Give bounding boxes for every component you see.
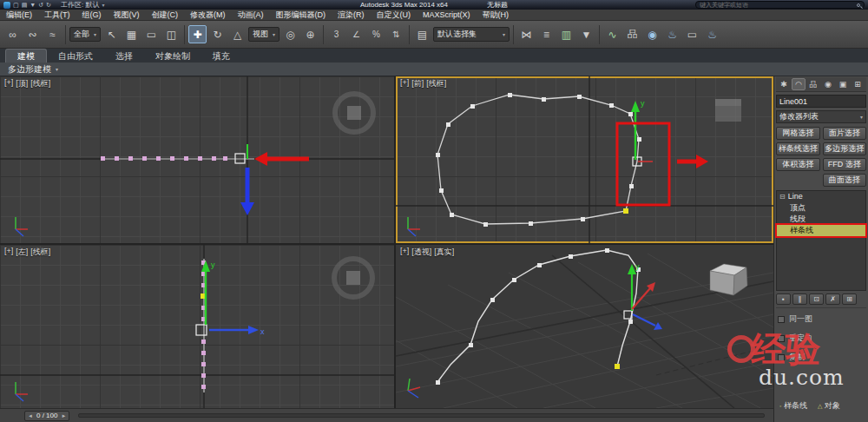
window-crossing-icon[interactable]: ◫ [162, 25, 181, 43]
menu-item-help[interactable]: 帮助(H) [477, 10, 516, 21]
new-scene-icon[interactable]: ▢ [13, 1, 19, 9]
material-editor-icon[interactable]: ◉ [643, 25, 661, 43]
selection-region-icon[interactable]: ▭ [142, 25, 161, 43]
align-icon[interactable]: ≡ [537, 25, 556, 43]
select-and-rotate-icon[interactable]: ↻ [208, 25, 227, 43]
help-search[interactable] [695, 1, 865, 9]
viewport-top[interactable]: [+] [顶] [线框] [0, 76, 394, 243]
remove-modifier-icon[interactable]: ✗ [825, 293, 840, 305]
viewport-front[interactable]: [+] [前] [线框] [396, 76, 773, 243]
select-and-scale-icon[interactable]: △ [228, 25, 247, 43]
graphite-ribbon-toggle-icon[interactable]: ▼ [577, 25, 595, 43]
search-input[interactable] [700, 2, 854, 8]
viewport-name-button[interactable]: [透视] [411, 247, 431, 258]
viewport-left-canvas[interactable]: y x [0, 245, 394, 408]
save-file-icon[interactable]: ▼ [30, 1, 36, 9]
ribbon-tab-object-paint[interactable]: 对象绘制 [144, 49, 201, 63]
mirror-icon[interactable]: ⋈ [517, 25, 536, 43]
menu-item-animation[interactable]: 动画(A) [232, 10, 270, 21]
search-icon[interactable] [857, 3, 860, 7]
menu-item-group[interactable]: 组(G) [76, 10, 108, 21]
redo-icon[interactable]: ↻ [46, 1, 51, 9]
schematic-view-icon[interactable]: 品 [623, 25, 641, 43]
viewport-name-button[interactable]: [左] [16, 247, 28, 258]
object-name-field[interactable] [776, 95, 866, 108]
render-setup-icon[interactable]: ♨ [663, 25, 681, 43]
open-file-icon[interactable]: ▤ [22, 1, 28, 9]
stack-root-line[interactable]: ⊟ Line [777, 191, 865, 202]
use-pivot-center-icon[interactable]: ◎ [281, 25, 299, 43]
tab-modify-icon[interactable]: ◠ [792, 78, 806, 90]
stack-item-spline[interactable]: 样条线 [777, 225, 865, 236]
track-bar[interactable] [78, 413, 765, 418]
menu-item-edit[interactable]: 编辑(E) [0, 10, 38, 21]
viewport-perspective[interactable]: [+] [透视] [真实] [396, 245, 773, 408]
polygon-modeling-panel[interactable]: 多边形建模 [8, 63, 51, 76]
unlink-selection-icon[interactable]: ∾ [23, 25, 42, 43]
modifier-list-dropdown[interactable]: 修改器列表 ▾ [776, 110, 866, 123]
viewport-name-button[interactable]: [前] [411, 78, 424, 89]
menu-item-customize[interactable]: 自定义(U) [371, 10, 418, 21]
menu-item-rendering[interactable]: 渲染(R) [332, 10, 371, 21]
menu-item-graph-editors[interactable]: 图形编辑器(D) [270, 10, 332, 21]
make-unique-icon[interactable]: ⊡ [809, 293, 824, 305]
checkbox[interactable] [778, 316, 785, 323]
named-selection-sets-combo[interactable]: 默认选择集 ▾ [433, 27, 510, 42]
viewport-menu-button[interactable]: [+] [400, 78, 409, 89]
render-production-icon[interactable]: ♨ [703, 25, 721, 43]
select-and-move-icon[interactable]: ✚ [188, 25, 207, 43]
reference-coordinate-combo[interactable]: 视图 ▾ [248, 27, 279, 42]
collapse-icon[interactable]: ⊟ [779, 191, 786, 202]
viewport-left[interactable]: [+] [左] [线框] [0, 245, 394, 408]
viewport-menu-button[interactable]: [+] [4, 78, 13, 89]
move-gizmo[interactable]: y x [201, 260, 265, 336]
bind-to-space-warp-icon[interactable]: ≈ [43, 25, 62, 43]
select-object-icon[interactable]: ↖ [102, 25, 121, 43]
snaps-toggle-icon[interactable]: 3 [327, 25, 345, 43]
workspace-selector[interactable]: 工作区: 默认 ▾ [61, 0, 104, 10]
select-and-link-icon[interactable]: ∞ [3, 25, 22, 43]
edit-named-selection-sets-icon[interactable]: ▤ [413, 25, 431, 43]
selected-vertex-handle[interactable] [196, 325, 207, 335]
ribbon-tab-selection[interactable]: 选择 [104, 49, 144, 63]
tab-create-icon[interactable]: ✱ [777, 78, 791, 90]
spline-front-view[interactable] [436, 93, 641, 227]
show-end-result-icon[interactable]: ∥ [792, 293, 807, 305]
viewport-shading-button[interactable]: [线框] [426, 78, 446, 89]
next-frame-icon[interactable]: ► [61, 413, 66, 419]
first-vertex-handle[interactable] [623, 208, 628, 214]
viewport-name-button[interactable]: [顶] [16, 78, 28, 89]
previous-frame-icon[interactable]: ◄ [28, 413, 33, 419]
stack-item-vertex[interactable]: 顶点 [777, 202, 865, 214]
viewport-menu-button[interactable]: [+] [4, 247, 13, 258]
rendered-frame-window-icon[interactable]: ▭ [683, 25, 701, 43]
viewcube[interactable] [334, 259, 372, 297]
spline-perspective-view[interactable] [436, 248, 641, 385]
mesh-select-button[interactable]: 网格选择 [776, 127, 820, 140]
patch-select-button[interactable]: 面片选择 [823, 127, 867, 140]
tab-utilities-icon[interactable]: ⊞ [851, 78, 865, 90]
viewport-shading-button[interactable]: [真实] [434, 247, 454, 258]
select-and-manipulate-icon[interactable]: ⊕ [301, 25, 319, 43]
tab-motion-icon[interactable]: ◉ [821, 78, 835, 90]
viewport-perspective-canvas[interactable]: y [396, 245, 773, 408]
checkbox[interactable] [778, 354, 785, 361]
ribbon-tab-freeform[interactable]: 自由形式 [47, 49, 104, 63]
viewcube[interactable] [335, 94, 373, 132]
menu-item-views[interactable]: 视图(V) [108, 10, 146, 21]
viewport-shading-button[interactable]: [线框] [30, 78, 50, 89]
ribbon-tab-populate[interactable]: 填充 [201, 49, 241, 63]
menu-item-maxscript[interactable]: MAXScript(X) [417, 10, 477, 21]
undo-icon[interactable]: ↺ [38, 1, 43, 9]
viewcube[interactable] [715, 99, 741, 122]
select-by-name-icon[interactable]: ▦ [122, 25, 141, 43]
stack-item-segment[interactable]: 线段 [777, 214, 865, 225]
ffd-select-button[interactable]: FFD 选择 [823, 158, 867, 171]
tab-hierarchy-icon[interactable]: 品 [806, 78, 820, 90]
percent-snap-icon[interactable]: % [367, 25, 385, 43]
surface-select-button[interactable]: 曲面选择 [823, 174, 867, 187]
layer-manager-icon[interactable]: ▥ [557, 25, 575, 43]
viewport-shading-button[interactable]: [线框] [30, 247, 50, 258]
viewport-menu-button[interactable]: [+] [400, 247, 409, 258]
poly-select-button[interactable]: 多边形选择 [823, 142, 867, 155]
